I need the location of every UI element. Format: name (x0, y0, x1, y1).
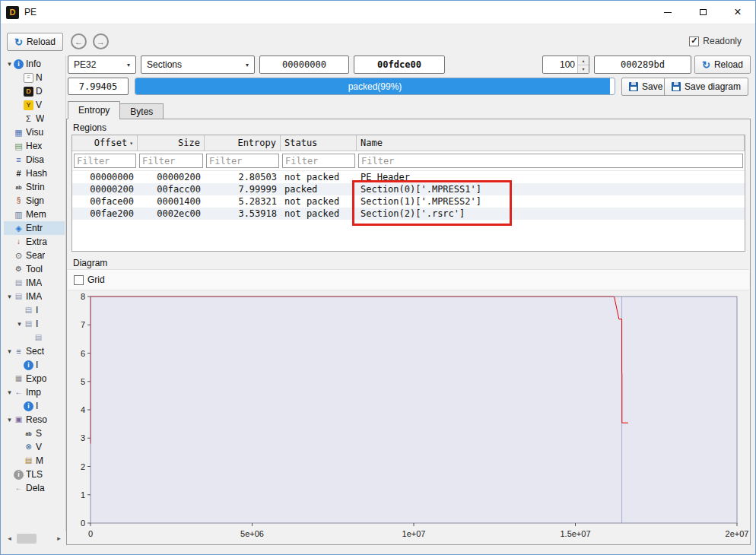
sidebar-item-disa[interactable]: ≡Disa (4, 153, 65, 166)
back-button[interactable]: ← (71, 33, 87, 49)
region-row-2[interactable]: 00face00000014005.28321not packedSection… (72, 195, 745, 208)
expand-arrow-icon[interactable]: ▾ (5, 293, 14, 300)
column-header-status[interactable]: Status (281, 135, 357, 151)
entropy-icon: ◈ (14, 224, 24, 233)
expand-arrow-icon[interactable]: ▾ (5, 416, 14, 423)
filter-size-input[interactable] (139, 154, 203, 168)
region-row-3[interactable]: 00fae2000002ec003.53918not packedSection… (72, 208, 745, 220)
region-cell-name: PE Header (357, 172, 745, 182)
sidebar-item-d[interactable]: DD (4, 84, 65, 98)
sidebar-item-i[interactable]: ▤I (4, 303, 65, 317)
sidebar-item-ima[interactable]: ▤IMA (4, 276, 65, 290)
spin-down-icon[interactable]: ▾ (578, 65, 589, 74)
grid-checkbox[interactable] (74, 275, 84, 285)
sidebar-item-reso[interactable]: ▾▣Reso (4, 413, 65, 427)
x-tick-label: 5e+06 (240, 529, 264, 538)
block-count-input[interactable] (543, 56, 577, 73)
x-tick-label: 0 (88, 529, 93, 538)
sidebar-item-i[interactable]: iI (4, 358, 65, 372)
sidebar-item-tls[interactable]: iTLS (4, 468, 65, 481)
sidebar-item-expo[interactable]: ▦Expo (4, 372, 65, 385)
sidebar-hscrollbar[interactable]: ◂ ▸ (4, 532, 65, 544)
scroll-right-icon[interactable]: ▸ (53, 533, 65, 544)
minimize-button[interactable] (650, 1, 685, 24)
sidebar-item-entr[interactable]: ◈Entr (4, 221, 65, 235)
scrollbar-thumb[interactable] (17, 534, 37, 544)
block-count-spinbox[interactable]: ▴ ▾ (542, 56, 589, 74)
info-icon: i (24, 360, 33, 370)
tab-bytes[interactable]: Bytes (119, 103, 164, 119)
offset-input[interactable] (259, 56, 349, 74)
column-header-size[interactable]: Size (138, 135, 205, 151)
region-row-1[interactable]: 0000020000facc007.99999packedSection(0)[… (72, 183, 745, 195)
sidebar-item-m[interactable]: ▤M (4, 454, 65, 468)
column-header-offset-label: Offset (94, 138, 127, 148)
scroll-left-icon[interactable]: ◂ (4, 533, 15, 544)
entropy-value-input[interactable] (68, 78, 129, 95)
checksum-input[interactable] (594, 56, 691, 74)
diagram-toolbar: Grid (68, 269, 749, 290)
view-mode-combo[interactable]: Sections ▾ (141, 56, 255, 74)
save-button[interactable]: Save (621, 78, 670, 96)
expand-arrow-icon[interactable]: ▾ (5, 388, 14, 396)
spin-up-icon[interactable]: ▴ (578, 56, 589, 65)
sidebar-item-sect[interactable]: ▾≡Sect (4, 344, 65, 358)
region-cell-offset: 00000200 (72, 184, 138, 195)
filter-entropy-input[interactable] (206, 154, 279, 168)
entropy-tab-panel: Regions Offset ▾ Size Entropy Status Nam… (66, 119, 751, 545)
column-header-offset[interactable]: Offset ▾ (72, 135, 138, 151)
sidebar-item-sear[interactable]: ⊙Sear (4, 249, 65, 262)
expand-arrow-icon[interactable]: ▾ (5, 347, 14, 355)
reload-data-label: Reload (714, 59, 743, 70)
expand-arrow-icon[interactable]: ▾ (15, 320, 24, 328)
sidebar-item-strin[interactable]: abStrin (4, 180, 65, 194)
sidebar-item-mem[interactable]: ▥Mem (4, 208, 65, 221)
sigma-icon: Σ (24, 114, 33, 124)
reload-button[interactable]: ↻ Reload (7, 33, 63, 51)
sidebar-item-i[interactable]: ▾▤I (4, 317, 65, 331)
sidebar-item-i[interactable]: iI (4, 399, 65, 413)
sidebar-item-s[interactable]: abS (4, 427, 65, 440)
expand-arrow-icon[interactable]: ▾ (5, 60, 14, 68)
y-tick-label: 1 (81, 490, 85, 500)
save-diagram-button[interactable]: Save diagram (664, 78, 748, 96)
close-button[interactable]: × (720, 1, 755, 24)
sidebar-item-label: Reso (26, 414, 47, 425)
sidebar-item-n[interactable]: ≡N (4, 71, 65, 84)
region-row-0[interactable]: 00000000000002002.80503not packedPE Head… (72, 171, 745, 183)
column-header-entropy[interactable]: Entropy (205, 135, 281, 151)
size-input[interactable] (354, 56, 445, 74)
sidebar-item-dela[interactable]: ←Dela (4, 481, 65, 495)
sidebar-item-hash[interactable]: #Hash (4, 166, 65, 180)
sidebar-item-imp[interactable]: ▾←Imp (4, 385, 65, 399)
sidebar-item-v[interactable]: YV (4, 98, 65, 112)
sidebar-item-hex[interactable]: ▤Hex (4, 139, 65, 153)
region-cell-offset: 00face00 (72, 196, 138, 207)
sidebar-item-visu[interactable]: ▦Visu (4, 125, 65, 139)
readonly-checkbox[interactable] (689, 36, 699, 46)
filter-offset-input[interactable] (74, 154, 136, 168)
sidebar-item-info[interactable]: ▾iInfo (4, 57, 65, 71)
sidebar-item-v[interactable]: ⊗V (4, 440, 65, 454)
sidebar-item-sign[interactable]: §Sign (4, 194, 65, 208)
sidebar-item-idx20[interactable]: ▤ (4, 331, 65, 344)
scrollbar-track[interactable] (15, 533, 53, 544)
forward-button[interactable]: → (93, 33, 109, 49)
save-icon (629, 82, 638, 91)
maximize-button[interactable] (685, 1, 720, 24)
tab-entropy[interactable]: Entropy (68, 101, 120, 119)
filter-status-input[interactable] (282, 154, 355, 168)
column-header-name[interactable]: Name (357, 135, 745, 151)
sidebar-item-label: Visu (26, 127, 43, 138)
regions-table: Offset ▾ Size Entropy Status Name 000000… (71, 135, 745, 252)
file-type-combo[interactable]: PE32 ▾ (68, 56, 136, 74)
sidebar-item-w[interactable]: ΣW (4, 112, 65, 125)
reload-data-button[interactable]: ↻ Reload (694, 56, 751, 74)
sidebar-item-extra[interactable]: ↓Extra (4, 235, 65, 249)
sidebar-item-tool[interactable]: ⚙Tool (4, 262, 65, 276)
filter-name-input[interactable] (358, 154, 743, 168)
reload-icon: ↻ (702, 60, 710, 70)
sidebar-item-ima[interactable]: ▾▤IMA (4, 290, 65, 303)
region-cell-name: Section(1)['.MPRESS2'] (357, 196, 745, 207)
sidebar-item-label: I (36, 401, 38, 411)
